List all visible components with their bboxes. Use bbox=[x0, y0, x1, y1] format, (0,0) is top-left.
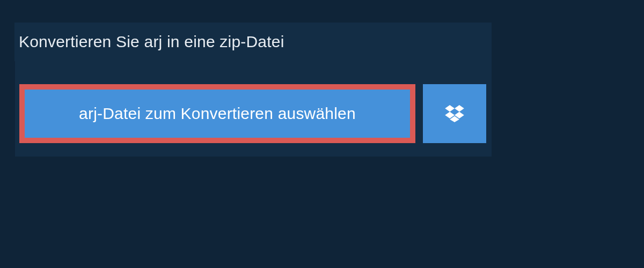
dropbox-button[interactable] bbox=[423, 84, 486, 143]
page-title: Konvertieren Sie arj in eine zip-Datei bbox=[19, 33, 284, 51]
select-file-label: arj-Datei zum Konvertieren auswählen bbox=[79, 105, 356, 123]
dropbox-icon bbox=[445, 105, 464, 122]
title-bar: Konvertieren Sie arj in eine zip-Datei bbox=[14, 23, 306, 61]
upload-button-row: arj-Datei zum Konvertieren auswählen bbox=[19, 84, 486, 143]
select-file-button[interactable]: arj-Datei zum Konvertieren auswählen bbox=[19, 84, 415, 143]
converter-panel: Konvertieren Sie arj in eine zip-Datei a… bbox=[15, 23, 492, 157]
